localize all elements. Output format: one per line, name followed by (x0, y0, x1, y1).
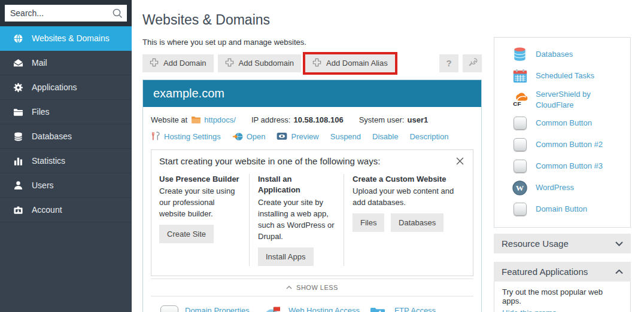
promo-col-heading: Create a Custom Website (353, 174, 465, 185)
promo-columns: Use Presence Builder Create your site us… (159, 174, 465, 266)
right-tool-label: Common Button (536, 118, 592, 129)
sidebar-item-mail[interactable]: Mail (0, 51, 132, 75)
add-domain-button[interactable]: Add Domain (142, 54, 214, 72)
sidebar-item-label: Statistics (32, 156, 65, 166)
promo-col-install-app: Install an Application Create your site … (249, 174, 344, 266)
show-less-toggle[interactable]: SHOW LESS (151, 279, 473, 296)
hide-promo-link[interactable]: Hide this promo (502, 308, 557, 312)
sidebar-item-account[interactable]: Account (0, 198, 132, 222)
right-tool-label: Common Button #3 (536, 161, 603, 172)
domain-properties-tool: Domain Properties Button Additional comm… (160, 305, 263, 312)
id-badge-icon (13, 204, 23, 215)
right-tool-common-button-2[interactable]: Common Button #2 (494, 134, 630, 155)
silver-button-icon (514, 117, 527, 130)
create-site-button[interactable]: Create Site (159, 225, 214, 243)
domain-card: example.com Website at httpdocs/ IP addr… (142, 79, 482, 312)
databases-button[interactable]: Databases (391, 213, 443, 232)
docroot-link[interactable]: httpdocs/ (204, 115, 236, 124)
close-icon[interactable] (455, 156, 465, 166)
resource-usage-header[interactable]: Resource Usage (494, 234, 631, 253)
silver-button-icon (514, 160, 527, 173)
left-sidebar: Websites & Domains Mail Applications Fil… (0, 0, 132, 312)
add-domain-alias-button[interactable]: Add Domain Alias (305, 54, 395, 72)
chevron-up-icon (286, 286, 292, 289)
cloudflare-icon: CF (512, 91, 528, 108)
preview-label: Preview (291, 132, 318, 141)
folder-orange-icon (191, 115, 201, 124)
plesk-websites-domains-page: { "colors": { "accent_blue": "#29a9dd", … (0, 0, 644, 312)
sidebar-item-label: Applications (32, 82, 77, 92)
plus-icon (225, 58, 234, 69)
question-icon: ? (446, 58, 451, 68)
toolbar-right: ? (439, 54, 482, 72)
wordpress-icon: W (512, 179, 528, 196)
page-subtitle: This is where you set up and manage webs… (142, 38, 482, 47)
ip-label: IP address: (251, 115, 291, 124)
domain-properties-link[interactable]: Domain Properties Button (185, 305, 263, 312)
sidebar-item-label: Databases (32, 131, 72, 141)
domain-actions-row: Hosting Settings Open Preview Suspend Di… (151, 131, 473, 142)
domain-info-row: Website at httpdocs/ IP address: 10.58.1… (151, 115, 473, 124)
promo-col-custom-website: Create a Custom Website Upload your web … (344, 174, 465, 266)
sidebar-item-label: Users (32, 181, 54, 190)
ftp-access-link[interactable]: FTP Access (394, 305, 436, 312)
sidebar-item-label: Websites & Domains (32, 33, 110, 43)
right-tool-wordpress[interactable]: W WordPress (494, 177, 630, 198)
right-tool-common-button-3[interactable]: Common Button #3 (494, 155, 630, 177)
help-button[interactable]: ? (439, 54, 458, 72)
right-tool-scheduled-tasks[interactable]: Scheduled Tasks (494, 65, 630, 87)
promo-col-text: Create your site using our professional … (159, 186, 241, 220)
description-link[interactable]: Description (409, 132, 448, 141)
featured-applications-body: Try out the most popular web apps. Hide … (494, 282, 631, 312)
open-site-link[interactable]: Open (232, 131, 266, 142)
promo-col-heading: Install an Application (258, 174, 335, 197)
resource-usage-title: Resource Usage (502, 238, 569, 249)
getting-started-promo: Start creating your website in one of th… (151, 149, 473, 276)
right-tool-label: Domain Button (536, 204, 587, 215)
web-hosting-access-link[interactable]: Web Hosting Access (288, 305, 360, 312)
calendar-icon (512, 68, 528, 84)
hosting-settings-link[interactable]: Hosting Settings (151, 131, 221, 141)
eye-monitor-icon (277, 132, 287, 140)
disable-link[interactable]: Disable (372, 132, 398, 141)
sidebar-item-files[interactable]: Files (0, 100, 132, 124)
right-tool-domain-button[interactable]: Domain Button (494, 198, 630, 220)
sidebar-item-users[interactable]: Users (0, 173, 132, 198)
featured-applications-header[interactable]: Featured Applications (494, 262, 631, 282)
promo-title: Start creating your website in one of th… (159, 156, 380, 166)
globe-flag-icon (263, 305, 282, 312)
right-tool-label: ServerShield by CloudFlare (536, 89, 624, 110)
tools-icon (151, 131, 160, 141)
plus-icon (150, 58, 159, 69)
promo-header: Start creating your website in one of th… (159, 156, 465, 166)
domain-tools-row: Domain Properties Button Additional comm… (151, 296, 473, 312)
show-less-label: SHOW LESS (296, 284, 338, 291)
wrench-icon (467, 57, 478, 69)
settings-button[interactable] (463, 54, 482, 72)
database-cylinder-icon (512, 46, 528, 63)
sidebar-item-label: Mail (32, 58, 47, 68)
files-button[interactable]: Files (353, 213, 384, 232)
search-input[interactable] (5, 5, 127, 22)
hosting-settings-label: Hosting Settings (164, 132, 221, 141)
sidebar-item-websites-domains[interactable]: Websites & Domains (0, 26, 132, 51)
ftp-folder-icon (369, 305, 388, 312)
install-apps-button[interactable]: Install Apps (258, 247, 314, 266)
suspend-link[interactable]: Suspend (330, 132, 361, 141)
svg-text:CF: CF (513, 100, 521, 107)
ip-value: 10.58.108.106 (293, 115, 343, 124)
domain-name: example.com (143, 80, 481, 107)
system-user-value: user1 (407, 115, 428, 124)
sidebar-item-statistics[interactable]: Statistics (0, 149, 132, 173)
right-tool-databases[interactable]: Databases (494, 44, 630, 65)
right-tool-servershield[interactable]: CF ServerShield by CloudFlare (494, 87, 630, 112)
sidebar-item-applications[interactable]: Applications (0, 75, 132, 100)
right-tool-common-button[interactable]: Common Button (494, 112, 630, 134)
sidebar-item-databases[interactable]: Databases (0, 124, 132, 149)
add-subdomain-button[interactable]: Add Subdomain (218, 54, 302, 72)
svg-text:W: W (516, 183, 524, 192)
sidebar-item-label: Account (32, 205, 62, 215)
globe-icon (13, 33, 23, 44)
preview-link[interactable]: Preview (277, 132, 318, 141)
database-icon (13, 131, 23, 142)
